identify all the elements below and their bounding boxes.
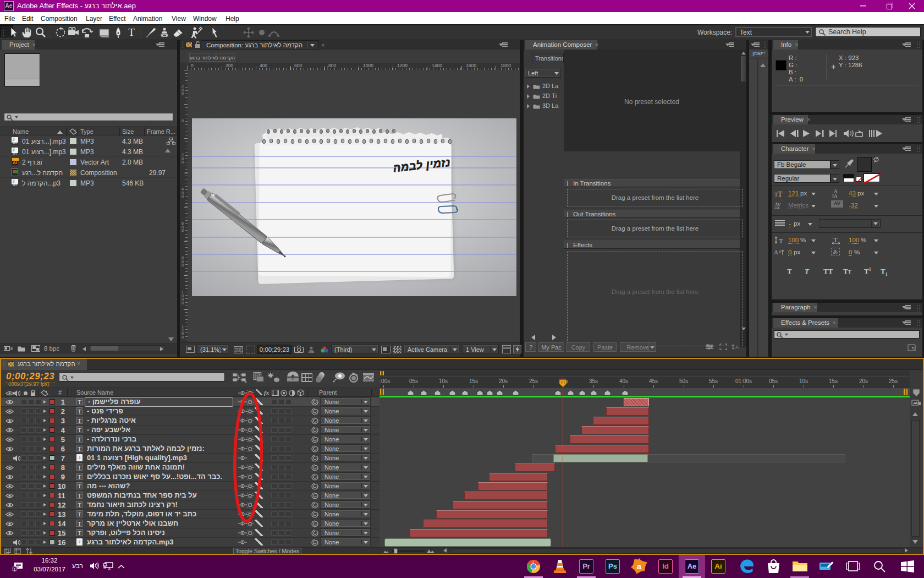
svg-text:1: 1	[13, 567, 15, 572]
svg-text:A͆V: A͆V	[774, 202, 781, 208]
svg-text:a: a	[779, 249, 781, 254]
svg-text:a: a	[637, 561, 642, 571]
svg-text:A: A	[735, 345, 739, 350]
svg-text:A: A	[774, 249, 778, 255]
svg-text:T: T	[778, 190, 783, 198]
svg-text:T: T	[779, 237, 783, 244]
svg-text:T: T	[833, 236, 838, 244]
svg-text:IA: IA	[832, 193, 838, 199]
